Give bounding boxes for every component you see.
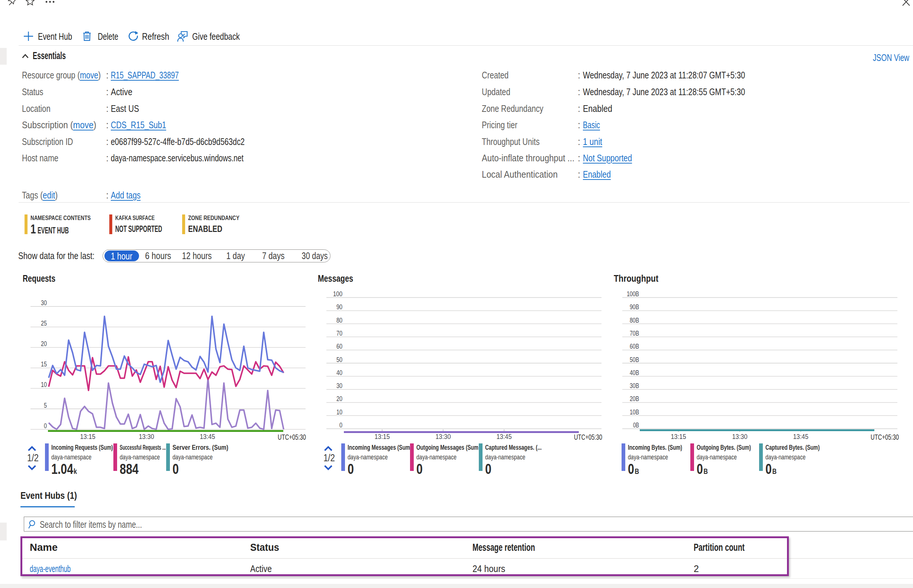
svg-text:0: 0: [44, 422, 47, 430]
svg-text:13:45: 13:45: [200, 433, 215, 441]
svg-text:13:15: 13:15: [80, 433, 95, 441]
svg-text:13:30: 13:30: [732, 433, 748, 441]
svg-text:80B: 80B: [630, 316, 639, 324]
svg-text:13:30: 13:30: [139, 433, 154, 441]
svg-text:25: 25: [41, 319, 47, 327]
svg-text:30: 30: [41, 299, 47, 307]
svg-text:13:45: 13:45: [793, 433, 808, 441]
svg-text:UTC+05:30: UTC+05:30: [574, 433, 602, 441]
svg-text:30: 30: [336, 382, 343, 389]
svg-text:40: 40: [336, 369, 343, 376]
svg-text:13:15: 13:15: [375, 433, 390, 441]
svg-text:90: 90: [336, 303, 343, 311]
svg-text:80: 80: [336, 316, 343, 324]
svg-text:70: 70: [336, 329, 343, 337]
svg-text:UTC+05:30: UTC+05:30: [871, 433, 899, 441]
svg-text:100B: 100B: [627, 290, 639, 298]
svg-text:15: 15: [41, 360, 47, 368]
svg-text:UTC+05:30: UTC+05:30: [278, 433, 306, 441]
svg-text:40B: 40B: [630, 369, 639, 376]
svg-text:90B: 90B: [630, 303, 639, 311]
svg-text:10: 10: [336, 408, 343, 416]
svg-text:10: 10: [41, 381, 47, 388]
svg-text:5: 5: [44, 401, 47, 409]
svg-text:13:30: 13:30: [436, 433, 451, 441]
svg-text:13:15: 13:15: [671, 433, 686, 441]
svg-text:20: 20: [336, 395, 343, 402]
svg-text:100: 100: [333, 290, 343, 298]
svg-text:20: 20: [41, 340, 47, 347]
svg-text:30B: 30B: [630, 382, 639, 389]
svg-text:50B: 50B: [630, 356, 639, 363]
svg-text:60: 60: [336, 342, 343, 350]
svg-text:0B: 0B: [633, 421, 639, 429]
svg-text:20B: 20B: [630, 395, 639, 402]
svg-text:13:45: 13:45: [497, 433, 512, 441]
svg-text:60B: 60B: [630, 342, 639, 350]
svg-text:70B: 70B: [630, 329, 639, 337]
svg-text:0: 0: [339, 421, 343, 429]
svg-text:50: 50: [336, 356, 343, 363]
svg-text:10B: 10B: [630, 408, 639, 416]
